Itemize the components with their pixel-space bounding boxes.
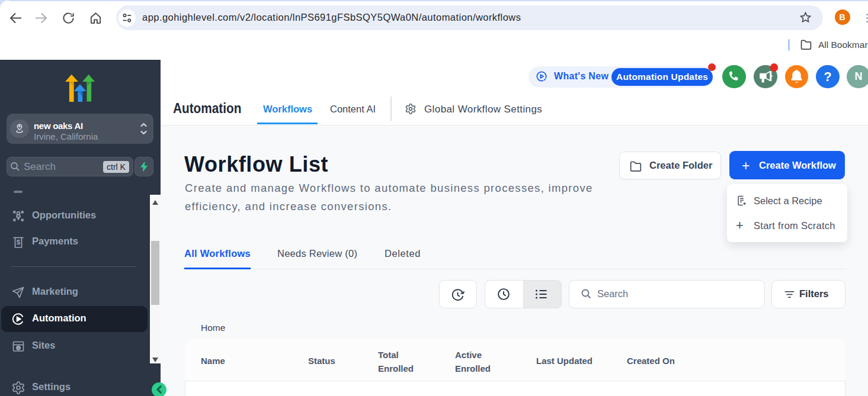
svg-text:$: $ [17, 239, 21, 246]
